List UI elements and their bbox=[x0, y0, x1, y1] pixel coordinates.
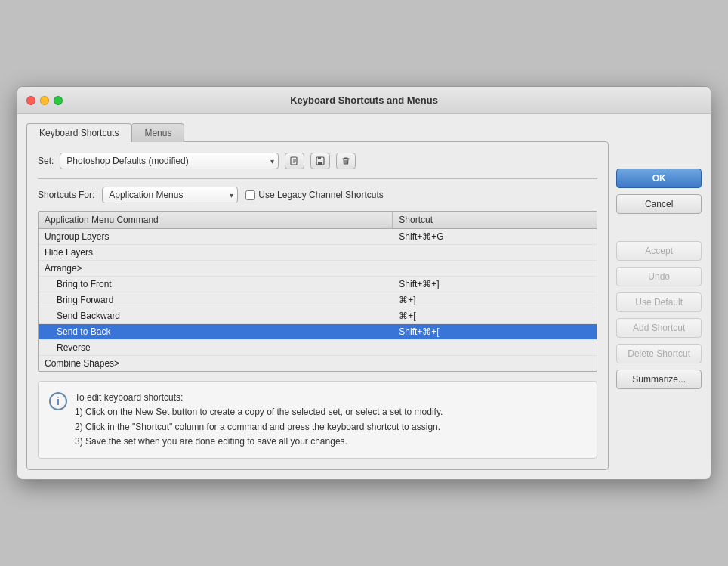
divider-1 bbox=[38, 178, 597, 179]
shortcut-hide bbox=[393, 245, 597, 260]
maximize-button[interactable] bbox=[54, 96, 63, 105]
shortcuts-for-select[interactable]: Application Menus bbox=[102, 187, 238, 203]
undo-button[interactable]: Undo bbox=[616, 267, 702, 286]
shortcuts-table: Application Menu Command Shortcut Ungrou… bbox=[38, 211, 597, 372]
cmd-hide: Hide Layers bbox=[39, 245, 393, 260]
shortcut-send-to-back: Shift+⌘+[ bbox=[393, 324, 597, 339]
delete-shortcut-button[interactable]: Delete Shortcut bbox=[616, 344, 702, 363]
table-row-selected[interactable]: Send to Back Shift+⌘+[ bbox=[39, 324, 597, 340]
shortcut-bring-forward: ⌘+] bbox=[393, 292, 597, 308]
cmd-bring-to-front: Bring to Front bbox=[39, 277, 393, 292]
cmd-arrange: Arrange> bbox=[39, 261, 393, 276]
set-select-wrapper: Photoshop Defaults (modified) ▾ bbox=[60, 153, 279, 169]
shortcut-ungroup: Shift+⌘+G bbox=[393, 229, 597, 244]
table-body[interactable]: Ungroup Layers Shift+⌘+G Hide Layers Arr… bbox=[39, 229, 597, 371]
shortcut-send-backward: ⌘+[ bbox=[393, 308, 597, 323]
main-window: Keyboard Shortcuts and Menus Keyboard Sh… bbox=[17, 86, 711, 480]
close-button[interactable] bbox=[26, 96, 35, 105]
ok-button[interactable]: OK bbox=[616, 169, 702, 188]
table-row[interactable]: Bring to Front Shift+⌘+] bbox=[39, 277, 597, 292]
tab-menus[interactable]: Menus bbox=[131, 123, 184, 142]
main-panel: Keyboard Shortcuts Menus Set: Photoshop … bbox=[26, 123, 609, 470]
set-row: Set: Photoshop Defaults (modified) ▾ bbox=[38, 153, 597, 169]
shortcuts-for-row: Shortcuts For: Application Menus ▾ Use L… bbox=[38, 187, 597, 203]
table-row[interactable]: Combine Shapes> bbox=[39, 356, 597, 371]
col-shortcut: Shortcut bbox=[393, 212, 597, 228]
cmd-ungroup: Ungroup Layers bbox=[39, 229, 393, 244]
set-label: Set: bbox=[38, 156, 54, 166]
shortcut-combine bbox=[393, 356, 597, 371]
shortcuts-for-wrapper: Application Menus ▾ bbox=[102, 187, 238, 203]
tab-keyboard-shortcuts[interactable]: Keyboard Shortcuts bbox=[26, 123, 131, 142]
table-row[interactable]: Reverse bbox=[39, 340, 597, 356]
cmd-reverse: Reverse bbox=[39, 340, 393, 355]
table-row[interactable]: Send Backward ⌘+[ bbox=[39, 308, 597, 324]
save-set-button[interactable] bbox=[310, 153, 330, 169]
panel-body: Set: Photoshop Defaults (modified) ▾ bbox=[26, 141, 609, 470]
summarize-button[interactable]: Summarize... bbox=[616, 370, 702, 389]
use-legacy-checkbox[interactable] bbox=[245, 190, 255, 200]
content-area: Keyboard Shortcuts Menus Set: Photoshop … bbox=[17, 114, 711, 479]
shortcut-arrange bbox=[393, 261, 597, 276]
set-select[interactable]: Photoshop Defaults (modified) bbox=[60, 153, 279, 169]
cmd-send-to-back: Send to Back bbox=[39, 324, 393, 339]
cancel-button[interactable]: Cancel bbox=[616, 194, 702, 214]
new-set-button[interactable] bbox=[285, 153, 304, 169]
use-legacy-label[interactable]: Use Legacy Channel Shortcuts bbox=[245, 190, 383, 200]
window-title: Keyboard Shortcuts and Menus bbox=[290, 94, 438, 106]
minimize-button[interactable] bbox=[40, 96, 49, 105]
side-buttons: OK Cancel Accept Undo Use Default Add Sh… bbox=[616, 123, 702, 470]
titlebar: Keyboard Shortcuts and Menus bbox=[17, 87, 711, 114]
table-header: Application Menu Command Shortcut bbox=[39, 212, 597, 229]
add-shortcut-button[interactable]: Add Shortcut bbox=[616, 318, 702, 338]
shortcut-reverse bbox=[393, 340, 597, 355]
accept-button[interactable]: Accept bbox=[616, 241, 702, 261]
cmd-send-backward: Send Backward bbox=[39, 308, 393, 323]
delete-set-button[interactable] bbox=[336, 153, 356, 169]
table-row[interactable]: Ungroup Layers Shift+⌘+G bbox=[39, 229, 597, 245]
info-box: i To edit keyboard shortcuts: 1) Click o… bbox=[38, 381, 597, 459]
table-row[interactable]: Bring Forward ⌘+] bbox=[39, 292, 597, 308]
col-command: Application Menu Command bbox=[39, 212, 393, 228]
info-text: To edit keyboard shortcuts: 1) Click on … bbox=[75, 391, 443, 449]
shortcuts-for-label: Shortcuts For: bbox=[38, 190, 94, 200]
shortcut-bring-to-front: Shift+⌘+] bbox=[393, 277, 597, 292]
table-row[interactable]: Hide Layers bbox=[39, 245, 597, 261]
cmd-bring-forward: Bring Forward bbox=[39, 292, 393, 308]
tab-bar: Keyboard Shortcuts Menus bbox=[26, 123, 609, 142]
use-default-button[interactable]: Use Default bbox=[616, 292, 702, 312]
info-icon: i bbox=[49, 392, 67, 410]
traffic-lights bbox=[26, 96, 63, 105]
cmd-combine: Combine Shapes> bbox=[39, 356, 393, 371]
svg-rect-2 bbox=[318, 157, 321, 159]
table-row[interactable]: Arrange> bbox=[39, 261, 597, 277]
